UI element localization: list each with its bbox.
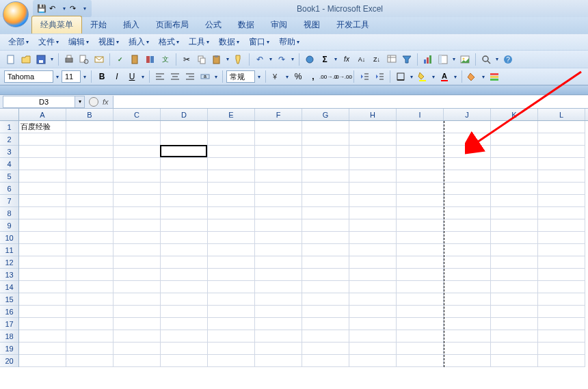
row-header-20[interactable]: 20 [0, 355, 18, 367]
column-header-D[interactable]: D [161, 109, 208, 120]
autosum-icon[interactable]: Σ [318, 53, 332, 66]
cell-A10[interactable] [19, 232, 66, 244]
cell-G9[interactable] [302, 219, 349, 232]
cell-E5[interactable] [208, 170, 255, 183]
cell-L19[interactable] [538, 343, 585, 355]
cell-H10[interactable] [349, 232, 397, 244]
menu-window[interactable]: 窗口▾ [245, 35, 273, 49]
cell-A14[interactable] [19, 281, 66, 293]
cell-C8[interactable] [113, 207, 161, 219]
number-format-dropdown[interactable]: ▾ [256, 74, 262, 80]
cell-B11[interactable] [66, 244, 113, 256]
cell-B10[interactable] [66, 232, 113, 244]
cell-D3[interactable] [161, 146, 208, 158]
cell-J20[interactable] [444, 355, 491, 367]
cell-C9[interactable] [113, 219, 161, 232]
cell-H18[interactable] [349, 330, 397, 343]
cell-G3[interactable] [302, 146, 349, 158]
cell-H6[interactable] [349, 183, 397, 195]
cell-K6[interactable] [491, 183, 538, 195]
cell-C1[interactable] [113, 121, 161, 133]
cell-K18[interactable] [491, 330, 538, 343]
menu-edit[interactable]: 编辑▾ [64, 35, 93, 49]
office-button[interactable] [3, 1, 29, 27]
cell-I4[interactable] [397, 158, 444, 170]
column-header-L[interactable]: L [538, 109, 585, 120]
number-format-select[interactable]: 常规 [226, 70, 255, 83]
cell-B13[interactable] [66, 269, 113, 281]
cell-I10[interactable] [397, 232, 444, 244]
row-header-2[interactable]: 2 [0, 133, 18, 146]
cells-area[interactable]: 百度经验 [19, 121, 585, 367]
decrease-decimal-icon[interactable]: .0→.00 [336, 70, 350, 83]
open-icon[interactable] [19, 53, 33, 66]
row-header-11[interactable]: 11 [0, 244, 18, 256]
cell-F20[interactable] [255, 355, 302, 367]
cell-I15[interactable] [397, 293, 444, 306]
currency-dropdown[interactable]: ▾ [284, 74, 290, 80]
cell-E10[interactable] [208, 232, 255, 244]
cell-D20[interactable] [161, 355, 208, 367]
chart-icon[interactable] [421, 53, 435, 66]
cell-L11[interactable] [538, 244, 585, 256]
cell-K5[interactable] [491, 170, 538, 183]
redo-icon[interactable]: ↷ [70, 4, 79, 14]
cell-D7[interactable] [161, 195, 208, 207]
cell-H19[interactable] [349, 343, 397, 355]
cell-G10[interactable] [302, 232, 349, 244]
row-header-4[interactable]: 4 [0, 158, 18, 170]
print-icon[interactable] [62, 53, 76, 66]
menu-all[interactable]: 全部▾ [4, 35, 33, 49]
cell-K8[interactable] [491, 207, 538, 219]
cell-H15[interactable] [349, 293, 397, 306]
sort-desc-icon[interactable]: Z↓ [370, 53, 384, 66]
cell-A19[interactable] [19, 343, 66, 355]
cell-L10[interactable] [538, 232, 585, 244]
cell-F10[interactable] [255, 232, 302, 244]
cell-J15[interactable] [444, 293, 491, 306]
cell-G17[interactable] [302, 318, 349, 330]
cell-L3[interactable] [538, 146, 585, 158]
cell-D9[interactable] [161, 219, 208, 232]
research-icon[interactable] [129, 53, 142, 66]
cell-C7[interactable] [113, 195, 161, 207]
column-header-J[interactable]: J [444, 109, 491, 120]
cell-A1[interactable]: 百度经验 [19, 121, 66, 133]
cell-F19[interactable] [255, 343, 302, 355]
cell-A2[interactable] [19, 133, 66, 146]
cell-I17[interactable] [397, 318, 444, 330]
font-size-dropdown[interactable]: ▾ [82, 74, 88, 80]
email-icon[interactable] [92, 53, 106, 66]
cell-A8[interactable] [19, 207, 66, 219]
name-box-dropdown-icon[interactable]: ▾ [75, 96, 84, 107]
cell-K16[interactable] [491, 306, 538, 318]
cell-L7[interactable] [538, 195, 585, 207]
column-header-K[interactable]: K [491, 109, 538, 120]
zoom-icon[interactable] [479, 53, 493, 66]
cell-F13[interactable] [255, 269, 302, 281]
cell-C4[interactable] [113, 158, 161, 170]
cell-B1[interactable] [66, 121, 113, 133]
cell-L15[interactable] [538, 293, 585, 306]
cell-B20[interactable] [66, 355, 113, 367]
cell-F4[interactable] [255, 158, 302, 170]
cell-J5[interactable] [444, 170, 491, 183]
cell-E15[interactable] [208, 293, 255, 306]
cell-I1[interactable] [397, 121, 444, 133]
cell-L1[interactable] [538, 121, 585, 133]
cell-H11[interactable] [349, 244, 397, 256]
cell-I6[interactable] [397, 183, 444, 195]
cell-L6[interactable] [538, 183, 585, 195]
cell-L9[interactable] [538, 219, 585, 232]
cell-E8[interactable] [208, 207, 255, 219]
row-header-13[interactable]: 13 [0, 269, 18, 281]
cell-K14[interactable] [491, 281, 538, 293]
align-center-icon[interactable] [168, 70, 182, 83]
cell-L14[interactable] [538, 281, 585, 293]
cell-E11[interactable] [208, 244, 255, 256]
cell-D6[interactable] [161, 183, 208, 195]
cell-B14[interactable] [66, 281, 113, 293]
cell-G4[interactable] [302, 158, 349, 170]
cell-H1[interactable] [349, 121, 397, 133]
thesaurus-icon[interactable] [144, 53, 157, 66]
